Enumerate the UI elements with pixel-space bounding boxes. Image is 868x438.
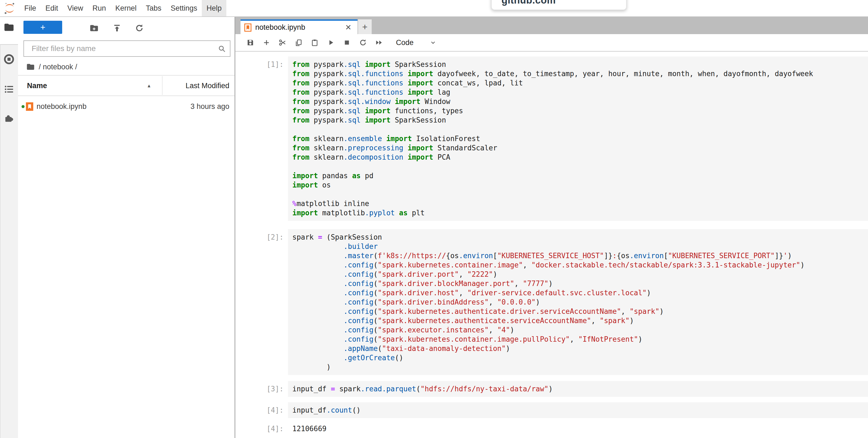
activity-bar <box>0 17 18 438</box>
restart-run-all-button[interactable] <box>375 38 383 47</box>
paste-cells-button[interactable] <box>311 38 319 47</box>
cell-input-prompt: [2]: <box>235 229 288 375</box>
cut-cells-button[interactable] <box>278 38 287 47</box>
run-icon <box>327 38 335 47</box>
upload-icon <box>112 24 122 33</box>
chevron-down-icon <box>430 39 437 46</box>
new-launcher-button[interactable]: + <box>24 21 62 34</box>
new-folder-icon <box>89 24 99 33</box>
copy-cells-button[interactable] <box>294 38 303 47</box>
menu-item-file[interactable]: File <box>20 0 41 17</box>
cell-output: [4]:12106669 <box>235 424 868 433</box>
cell-output-prompt: [4]: <box>235 424 288 433</box>
file-listing: notebook.ipynb3 hours ago <box>18 96 235 438</box>
run-cell-button[interactable] <box>327 38 335 47</box>
sidebar-tab-running-sessions[interactable] <box>4 54 14 65</box>
code-cell[interactable]: [1]:from pyspark.sql import SparkSession… <box>235 57 868 221</box>
notebook-toolbar: Code <box>235 34 868 52</box>
restart-kernel-button[interactable] <box>359 38 367 47</box>
code-cell[interactable]: [2]:spark = (SparkSession .builder .mast… <box>235 229 868 375</box>
cell-input[interactable]: spark = (SparkSession .builder .master(f… <box>288 229 868 375</box>
tab-title: notebook.ipynb <box>255 23 305 32</box>
menu-items: FileEditViewRunKernelTabsSettingsHelp <box>20 0 226 17</box>
list-icon <box>4 84 14 95</box>
cell-input-prompt: [3]: <box>235 381 288 397</box>
sort-ascending-icon[interactable]: ▲ <box>147 76 151 96</box>
document-tab-bar: notebook.ipynb ✕ + <box>235 17 868 34</box>
menu-item-help[interactable]: Help <box>202 0 226 17</box>
cell-input[interactable]: input_df = spark.read.parquet("hdfs://hd… <box>288 381 868 397</box>
sidebar-tab-file-browser[interactable] <box>4 22 14 33</box>
filter-box <box>24 40 230 57</box>
cell-output-value: 12106669 <box>288 424 327 433</box>
code-cell[interactable]: [4]:input_df.count() <box>235 402 868 418</box>
paste-icon <box>311 38 319 47</box>
stop-circle-icon <box>4 54 14 65</box>
file-row[interactable]: notebook.ipynb3 hours ago <box>18 96 235 117</box>
breadcrumb[interactable]: / notebook / <box>26 61 77 72</box>
cell-source: input_df = spark.read.parquet("hdfs://hd… <box>292 384 868 393</box>
popup-text: github.com <box>501 0 556 6</box>
close-icon[interactable]: ✕ <box>344 23 353 32</box>
scissors-icon <box>278 38 287 47</box>
tab-notebook[interactable]: notebook.ipynb ✕ <box>241 19 358 34</box>
save-icon <box>246 38 254 47</box>
copy-icon <box>294 38 303 47</box>
notebook-file-icon <box>244 24 251 32</box>
file-name: notebook.ipynb <box>36 103 87 111</box>
add-cell-button[interactable] <box>262 38 271 47</box>
cell-source: spark = (SparkSession .builder .master(f… <box>292 233 868 372</box>
cell-input[interactable]: from pyspark.sql import SparkSession fro… <box>288 57 868 221</box>
menu-item-view[interactable]: View <box>63 0 88 17</box>
folder-icon <box>26 62 35 71</box>
menu-bar: FileEditViewRunKernelTabsSettingsHelp <box>0 0 868 17</box>
new-folder-button[interactable] <box>89 24 99 33</box>
column-divider <box>162 76 162 95</box>
search-icon <box>218 45 226 53</box>
refresh-button[interactable] <box>135 24 144 33</box>
refresh-icon <box>135 24 144 33</box>
code-cell[interactable]: [3]:input_df = spark.read.parquet("hdfs:… <box>235 381 868 397</box>
save-button[interactable] <box>246 38 254 47</box>
cell-input[interactable]: input_df.count() <box>288 402 868 418</box>
activity-bar-background <box>0 44 18 438</box>
sidebar-tab-table-of-contents[interactable] <box>4 84 14 95</box>
notebook-cells: [1]:from pyspark.sql import SparkSession… <box>235 52 868 438</box>
cell-type-dropdown[interactable]: Code <box>396 38 437 47</box>
stop-icon <box>343 38 351 47</box>
puzzle-icon <box>4 112 14 123</box>
plus-icon <box>262 38 271 47</box>
folder-icon <box>4 22 14 33</box>
menu-item-tabs[interactable]: Tabs <box>141 0 166 17</box>
file-listing-header: Name ▲ Last Modified <box>18 75 235 96</box>
filter-files-input[interactable] <box>24 41 230 56</box>
menu-item-edit[interactable]: Edit <box>41 0 63 17</box>
notebook-file-icon <box>26 103 33 111</box>
cell-type-value: Code <box>396 38 414 47</box>
dock-panel: notebook.ipynb ✕ + <box>235 17 868 438</box>
sidebar-tab-extensions[interactable] <box>4 112 14 123</box>
jupyter-logo-icon <box>3 2 16 14</box>
interrupt-kernel-button[interactable] <box>343 38 351 47</box>
menu-item-run[interactable]: Run <box>88 0 111 17</box>
new-tab-button[interactable]: + <box>358 19 372 34</box>
column-header-last-modified[interactable]: Last Modified <box>185 76 229 96</box>
cell-input-prompt: [4]: <box>235 402 288 418</box>
file-browser-panel: + / not <box>18 17 235 438</box>
menu-item-settings[interactable]: Settings <box>166 0 202 17</box>
popup-bubble: github.com <box>491 0 627 10</box>
file-browser-toolbar: + <box>18 17 235 40</box>
cell-source: input_df.count() <box>292 406 868 415</box>
breadcrumb-path: / notebook / <box>39 63 77 71</box>
restart-icon <box>359 38 367 47</box>
file-modified: 3 hours ago <box>190 103 229 111</box>
running-indicator-dot <box>22 105 25 108</box>
cell-source: from pyspark.sql import SparkSession fro… <box>292 60 868 217</box>
cell-input-prompt: [1]: <box>235 57 288 221</box>
fast-forward-icon <box>375 38 383 47</box>
upload-button[interactable] <box>112 24 122 33</box>
column-header-name[interactable]: Name <box>27 76 47 96</box>
menu-item-kernel[interactable]: Kernel <box>111 0 141 17</box>
